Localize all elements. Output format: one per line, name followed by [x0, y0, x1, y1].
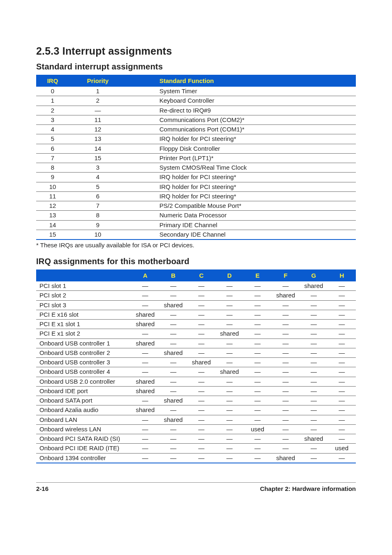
assignment-cell: — — [244, 434, 272, 444]
device-cell: PCI E x16 slot — [36, 310, 131, 319]
assignment-cell: — — [187, 320, 215, 329]
assignment-cell: — — [328, 434, 356, 444]
assignment-cell: — — [159, 367, 187, 377]
priority-cell: 4 — [69, 173, 127, 182]
priority-cell: 13 — [69, 134, 127, 144]
table-row: Onboard USB controller 3——shared————— — [36, 358, 356, 367]
device-cell: Onboard USB 2.0 controller — [36, 377, 131, 386]
table-row: 127PS/2 Compatible Mouse Port* — [36, 201, 356, 211]
assignment-cell: — — [300, 377, 327, 386]
assignment-cell: — — [159, 434, 187, 444]
device-cell: Onboard USB controller 4 — [36, 367, 131, 377]
table-row: 149Primary IDE Channel — [36, 220, 356, 230]
table-row: PCI E x1 slot 2———shared———— — [36, 329, 356, 339]
irq-cell: 4 — [36, 125, 69, 134]
table-row: Onboard IDE portshared——————— — [36, 386, 356, 396]
assignment-cell: shared — [300, 281, 327, 291]
irq-cell: 0 — [36, 87, 69, 96]
assignment-cell: — — [215, 358, 243, 367]
assignment-cell: — — [272, 348, 300, 357]
assignment-cell: — — [159, 291, 187, 300]
page-footer: 2-16 Chapter 2: Hardware information — [36, 482, 356, 492]
irq-cell: 6 — [36, 144, 69, 153]
function-cell: System CMOS/Real Time Clock — [127, 163, 356, 173]
function-cell: Communications Port (COM1)* — [127, 125, 356, 134]
device-cell: Onboard Azalia audio — [36, 405, 131, 415]
assignment-cell: — — [244, 453, 272, 463]
assignment-cell: — — [244, 320, 272, 329]
assignment-cell: — — [159, 424, 187, 434]
assignment-cell: — — [244, 444, 272, 453]
assignment-cell: — — [187, 300, 215, 310]
assignment-cell: — — [300, 415, 327, 424]
assignment-cell: — — [244, 415, 272, 424]
assignment-cell: — — [187, 434, 215, 444]
assignment-cell: — — [215, 339, 243, 348]
table-row: Onboard SATA port—shared—————— — [36, 396, 356, 405]
irq-cell: 12 — [36, 201, 69, 211]
assignment-cell: shared — [215, 367, 243, 377]
assignment-cell: — — [328, 281, 356, 291]
assignment-cell: shared — [131, 386, 159, 396]
priority-cell: 7 — [69, 201, 127, 211]
assignment-cell: — — [300, 348, 327, 357]
irq-cell: 8 — [36, 163, 69, 173]
assignment-cell: — — [328, 453, 356, 463]
assignment-cell: shared — [272, 453, 300, 463]
assignment-cell: — — [159, 453, 187, 463]
assignment-cell: — — [159, 377, 187, 386]
assignment-cell: — — [244, 367, 272, 377]
assignment-cell: — — [187, 291, 215, 300]
t2-header-letter: B — [159, 270, 187, 281]
assignment-cell: shared — [131, 339, 159, 348]
priority-cell: 14 — [69, 144, 127, 153]
assignment-cell: — — [272, 367, 300, 377]
assignment-cell: — — [159, 310, 187, 319]
t2-header-letter: D — [215, 270, 243, 281]
table-row: Onboard USB controller 4———shared———— — [36, 367, 356, 377]
assignment-cell: — — [272, 320, 300, 329]
assignment-cell: — — [187, 424, 215, 434]
table-row: 83System CMOS/Real Time Clock — [36, 163, 356, 173]
assignment-cell: — — [215, 377, 243, 386]
assignment-cell: — — [272, 329, 300, 339]
table-row: Onboard wireless LAN————used——— — [36, 424, 356, 434]
function-cell: IRQ holder for PCI steering* — [127, 182, 356, 191]
assignment-cell: — — [131, 281, 159, 291]
assignment-cell: — — [244, 396, 272, 405]
assignment-cell: — — [187, 281, 215, 291]
assignment-cell: — — [131, 291, 159, 300]
device-cell: PCI slot 2 — [36, 291, 131, 300]
table-row: 138Numeric Data Processor — [36, 211, 356, 220]
assignment-cell: — — [215, 396, 243, 405]
assignment-cell: — — [300, 405, 327, 415]
assignment-cell: shared — [159, 396, 187, 405]
table-row: 105IRQ holder for PCI steering* — [36, 182, 356, 191]
device-cell: Onboard USB controller 1 — [36, 339, 131, 348]
assignment-cell: — — [300, 358, 327, 367]
table-row: 94IRQ holder for PCI steering* — [36, 173, 356, 182]
table-row: 01System Timer — [36, 87, 356, 96]
assignment-cell: — — [187, 348, 215, 357]
priority-cell: 3 — [69, 163, 127, 173]
assignment-cell: — — [159, 358, 187, 367]
assignment-cell: used — [244, 424, 272, 434]
assignment-cell: — — [272, 405, 300, 415]
table-row: 311Communications Port (COM2)* — [36, 115, 356, 124]
assignment-cell: — — [187, 329, 215, 339]
assignment-cell: shared — [131, 405, 159, 415]
t2-header-letter: C — [187, 270, 215, 281]
t2-header-letter: F — [272, 270, 300, 281]
t1-header-priority: Priority — [69, 75, 127, 87]
table-row: Onboard USB controller 1shared——————— — [36, 339, 356, 348]
assignment-cell: — — [131, 415, 159, 424]
standard-irq-table: IRQ Priority Standard Function 01System … — [36, 75, 356, 240]
assignment-cell: — — [328, 348, 356, 357]
device-cell: Onboard SATA port — [36, 396, 131, 405]
assignment-cell: — — [244, 339, 272, 348]
assignment-cell: — — [300, 444, 327, 453]
priority-cell: 12 — [69, 125, 127, 134]
assignment-cell: — — [328, 424, 356, 434]
assignment-cell: — — [272, 300, 300, 310]
irq-cell: 11 — [36, 191, 69, 201]
